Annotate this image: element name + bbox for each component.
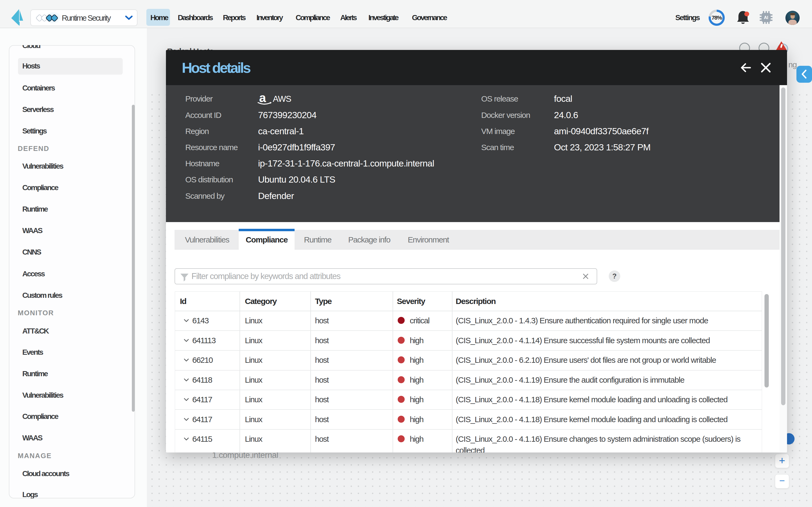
svg-text:AI: AI: [764, 15, 768, 20]
